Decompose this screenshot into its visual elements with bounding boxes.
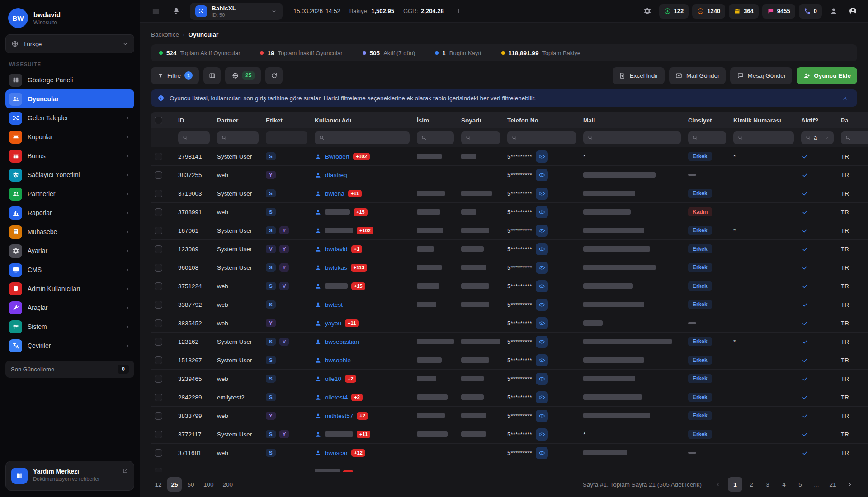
show-phone-button[interactable]: [536, 280, 548, 292]
external-link-icon[interactable]: [122, 468, 128, 474]
table-row[interactable]: 3711681webSbwoscar+125*********TR: [151, 444, 868, 462]
filter-telefon-no[interactable]: [507, 131, 576, 144]
show-phone-button[interactable]: [536, 225, 548, 237]
account-button[interactable]: [845, 4, 860, 19]
columns-button[interactable]: [203, 67, 221, 84]
table-row[interactable]: 1513267System UserSbwsophie5*********Erk…: [151, 351, 868, 370]
page-2[interactable]: 2: [744, 477, 759, 492]
show-phone-button[interactable]: [536, 206, 548, 218]
username-link[interactable]: olletest4: [325, 394, 348, 401]
sidebar-item-g-sterge-paneli[interactable]: Gösterge Paneli: [5, 70, 134, 89]
show-phone-button[interactable]: [536, 150, 548, 163]
hamburger-menu-button[interactable]: [148, 4, 163, 19]
mail-g-nder-button[interactable]: Mail Gönder: [669, 67, 726, 84]
column-header-mail[interactable]: Mail: [580, 112, 684, 128]
column-header-id[interactable]: ID: [175, 112, 213, 128]
refresh-button[interactable]: [265, 67, 283, 84]
table-row[interactable]: 3719003System UserSbwlena+115*********Er…: [151, 184, 868, 203]
page-1[interactable]: 1: [728, 477, 742, 492]
table-row[interactable]: [151, 462, 868, 472]
username-link[interactable]: Bwrobert: [325, 153, 349, 160]
column-header-cinsiyet[interactable]: Cinsiyet: [684, 112, 730, 128]
breadcrumb-parent[interactable]: Backoffice: [151, 31, 179, 38]
settings-button[interactable]: [640, 4, 655, 19]
column-header-aktif[interactable]: Aktif?: [797, 112, 837, 128]
sidebar-item-eviriler[interactable]: Çeviriler: [5, 336, 134, 355]
row-checkbox[interactable]: [155, 245, 162, 253]
sidebar-item-kuponlar[interactable]: Kuponlar: [5, 127, 134, 146]
table-row[interactable]: 3837255webYdfastreg5*********TR: [151, 166, 868, 184]
show-phone-button[interactable]: [536, 299, 548, 311]
show-phone-button[interactable]: [536, 243, 548, 255]
sidebar-item-ayarlar[interactable]: Ayarlar: [5, 241, 134, 260]
show-phone-button[interactable]: [536, 188, 548, 200]
row-checkbox[interactable]: [155, 468, 162, 472]
show-phone-button[interactable]: [536, 373, 548, 385]
column-header-pa[interactable]: Pa: [837, 112, 868, 128]
row-checkbox[interactable]: [155, 338, 162, 346]
row-checkbox[interactable]: [155, 431, 162, 438]
sidebar-item-bonus[interactable]: Bonus: [5, 146, 134, 165]
row-checkbox[interactable]: [155, 449, 162, 457]
stat-pill[interactable]: 364: [729, 4, 759, 19]
sidebar-item-sistem[interactable]: Sistem: [5, 317, 134, 336]
table-row[interactable]: 3387792webSbwtest5*********ErkekTR: [151, 295, 868, 314]
table-row[interactable]: 960108System UserSYbwlukas+1135*********…: [151, 258, 868, 277]
show-phone-button[interactable]: [536, 262, 548, 274]
column-header-i-sim[interactable]: İsim: [413, 112, 458, 128]
banner-close-button[interactable]: [839, 92, 851, 104]
stat-pill[interactable]: 122: [659, 4, 689, 19]
filter-kullan-c-ad[interactable]: [315, 131, 410, 144]
brand-select[interactable]: BahisXL ID: 50: [190, 3, 283, 20]
username-link[interactable]: bwlukas: [325, 264, 347, 271]
show-phone-button[interactable]: [536, 447, 548, 459]
table-row[interactable]: 3788991webS+155*********KadınTR: [151, 203, 868, 221]
filter-etiket[interactable]: [266, 131, 307, 144]
user-button[interactable]: [826, 4, 841, 19]
sidebar-item-ara-lar[interactable]: Araçlar: [5, 298, 134, 317]
row-checkbox[interactable]: [155, 282, 162, 290]
page-21[interactable]: 21: [826, 477, 840, 492]
sidebar-item-oyuncular[interactable]: Oyuncular: [5, 89, 134, 108]
stat-pill[interactable]: 1240: [692, 4, 725, 19]
table-row[interactable]: 3833799webYmithtest57+25*********ErkekTR: [151, 407, 868, 425]
table-row[interactable]: 2842289emilytest2Solletest4+25*********E…: [151, 388, 868, 407]
username-link[interactable]: olle10: [325, 375, 341, 382]
sidebar-item-admin-kullan-c-lar[interactable]: Admin Kullanıcıları: [5, 279, 134, 298]
show-phone-button[interactable]: [536, 391, 548, 403]
column-header-soyad[interactable]: Soyadı: [458, 112, 504, 128]
table-row[interactable]: 3835452webYyayou+115*********TR: [151, 314, 868, 333]
select-all-checkbox[interactable]: [155, 117, 162, 124]
add-player-button[interactable]: Oyuncu Ekle: [797, 67, 857, 84]
prev-page-button[interactable]: [711, 477, 725, 492]
page-size-12[interactable]: 12: [151, 477, 165, 492]
username-link[interactable]: bwtest: [325, 301, 343, 308]
show-phone-button[interactable]: [536, 169, 548, 181]
column-header-partner[interactable]: Partner: [213, 112, 262, 128]
add-button[interactable]: [453, 5, 465, 17]
row-checkbox[interactable]: [155, 375, 162, 383]
column-header-telefon-no[interactable]: Telefon No: [504, 112, 580, 128]
language-count-button[interactable]: 25: [225, 67, 261, 84]
username-link[interactable]: bwlena: [325, 190, 344, 197]
table-row[interactable]: 3239465webSolle10+25*********ErkekTR: [151, 370, 868, 388]
page-size-25[interactable]: 25: [167, 477, 182, 492]
notifications-button[interactable]: [169, 4, 184, 19]
username-link[interactable]: yayou: [325, 320, 341, 327]
row-checkbox[interactable]: [155, 264, 162, 272]
column-header-kimlik-numaras[interactable]: Kimlik Numarası: [730, 112, 797, 128]
row-checkbox[interactable]: [155, 227, 162, 234]
stat-pill[interactable]: 9455: [762, 4, 795, 19]
username-link[interactable]: mithtest57: [325, 413, 353, 419]
username-link[interactable]: bwoscar: [325, 450, 348, 456]
stat-pill[interactable]: 0: [799, 4, 822, 19]
filter-button[interactable]: Filtre 1: [151, 67, 199, 84]
table-row[interactable]: 3751224webSV+155*********ErkekTR: [151, 277, 868, 295]
row-checkbox[interactable]: [155, 208, 162, 216]
filter-id[interactable]: [178, 131, 210, 144]
username-link[interactable]: bwdavid: [325, 246, 348, 253]
row-checkbox[interactable]: [155, 356, 162, 364]
filter-aktif[interactable]: a: [801, 131, 834, 144]
show-phone-button[interactable]: [536, 428, 548, 441]
mesaj-g-nder-button[interactable]: Mesaj Gönder: [730, 67, 792, 84]
